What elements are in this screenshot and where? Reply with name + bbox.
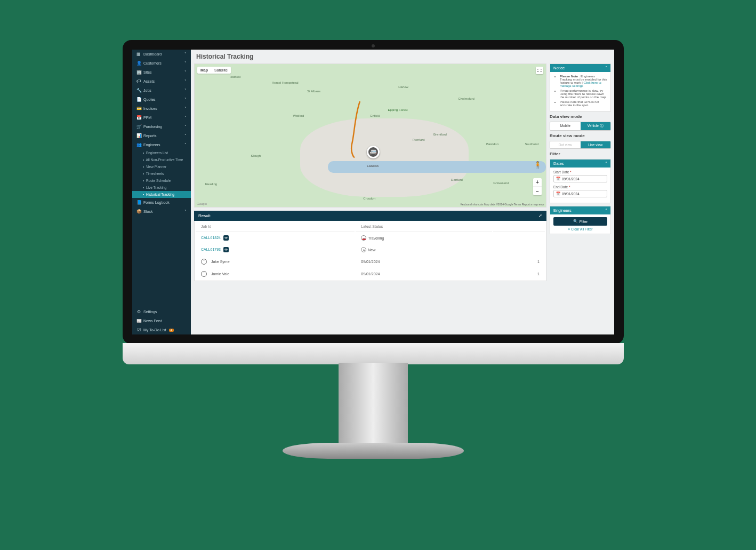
table-row: CALL61824 👁 🚗Travelling <box>196 233 545 243</box>
google-logo: Google <box>197 202 207 205</box>
sidebar-subitem-view-planner[interactable]: • View Planner <box>132 163 191 170</box>
chevron-down-icon: ˅ <box>184 61 187 66</box>
status-icon: ★ <box>361 247 366 252</box>
data-view-vehicle[interactable]: Vehicle ⓘ <box>581 122 611 130</box>
sidebar-subitem-timesheets[interactable]: • Timesheets <box>132 170 191 177</box>
job-link[interactable]: CALL61824 <box>201 236 221 240</box>
route-view-line[interactable]: Line view <box>581 141 611 148</box>
monitor-frame: ▦ Dashboard ˅👤 Customers ˅🏢 Sites ˅🏷 Ass… <box>123 40 624 344</box>
result-title: Result <box>198 213 211 218</box>
result-table: Job Id Latest Status CALL61824 👁 🚗Travel… <box>194 221 546 281</box>
zoom-in-button[interactable]: + <box>533 178 542 187</box>
clear-all-filter[interactable]: × Clear All Filter <box>553 227 607 231</box>
sidebar-item-my-to-do-list[interactable]: ☑ My To-Do List 4 <box>132 325 191 334</box>
sidebar-item-invoices[interactable]: 💳 Invoices ˅ <box>132 104 191 113</box>
chevron-down-icon: ˅ <box>184 79 187 84</box>
chevron-down-icon: ˅ <box>184 89 187 93</box>
chevron-up-icon: ˄ <box>184 143 187 147</box>
sidebar-item-label: Dashboard <box>143 52 162 56</box>
engineers-panel: Engineers ˄ 🔍 Filter × Clear All Filter <box>550 206 611 234</box>
sidebar-item-settings[interactable]: ⚙ Settings <box>132 307 191 316</box>
sidebar-subitem-route-schedule[interactable]: • Route Schedule <box>132 177 191 184</box>
row-date: 09/01/2024 <box>356 256 492 267</box>
end-date-input[interactable]: 📅 09/01/2024 <box>553 190 607 197</box>
collapse-icon[interactable]: ˄ <box>605 66 607 70</box>
map-vehicle-pin[interactable]: 🚐 <box>367 146 380 158</box>
page-title: Historical Tracking <box>191 50 614 63</box>
chevron-down-icon: ˅ <box>184 116 187 120</box>
chevron-down-icon: ˅ <box>184 210 187 214</box>
eye-icon[interactable]: 👁 <box>223 235 229 241</box>
data-view-mobile[interactable]: Mobile <box>550 122 581 130</box>
sidebar-item-label: Customers <box>143 61 162 65</box>
sidebar-subitem-engineers-list[interactable]: • Engineers List <box>132 149 191 156</box>
nav-icon: ▦ <box>136 52 141 57</box>
sidebar-item-quotes[interactable]: 📄 Quotes ˅ <box>132 95 191 104</box>
eye-icon[interactable]: 👁 <box>223 247 229 252</box>
expand-icon[interactable]: ⤢ <box>538 213 542 218</box>
nav-icon: 🏢 <box>136 70 141 75</box>
sidebar-item-engineers[interactable]: 👥 Engineers ˄ <box>132 140 191 149</box>
pegman-icon[interactable]: 🧍 <box>534 161 542 169</box>
sidebar-subitem-historical-tracking[interactable]: • Historical Tracking <box>132 191 191 198</box>
filter-button[interactable]: 🔍 Filter <box>553 217 607 226</box>
sidebar-item-forms-logbook[interactable]: 📘 Forms Logbook <box>132 198 191 207</box>
nav-icon: 👤 <box>136 61 141 66</box>
sidebar: ▦ Dashboard ˅👤 Customers ˅🏢 Sites ˅🏷 Ass… <box>132 50 191 334</box>
engineer-name: Jake Syme <box>211 260 230 264</box>
sidebar-item-label: Settings <box>143 310 157 314</box>
todo-count-badge: 4 <box>169 329 174 332</box>
map[interactable]: Hatfield Watford St Albans Chelmsford Sl… <box>194 63 546 208</box>
nav-icon: 📘 <box>136 200 141 205</box>
map-type-tabs: Map Satellite <box>197 67 231 74</box>
map-tab-map[interactable]: Map <box>197 67 211 74</box>
sidebar-subitem-all-non-productive-time[interactable]: • All Non-Productive Time <box>132 156 191 163</box>
nav-icon: 📰 <box>136 318 141 323</box>
sidebar-item-ppm[interactable]: 📅 PPM ˅ <box>132 113 191 122</box>
sidebar-item-news-feed[interactable]: 📰 News Feed <box>132 316 191 325</box>
sidebar-item-stock[interactable]: 📦 Stock ˅ <box>132 207 191 216</box>
nav-icon: 📄 <box>136 97 141 102</box>
map-tab-satellite[interactable]: Satellite <box>211 67 231 74</box>
zoom-out-button[interactable]: − <box>533 187 542 195</box>
sidebar-item-reports[interactable]: 📊 Reports ˅ <box>132 131 191 140</box>
chevron-down-icon: ˅ <box>184 125 187 129</box>
fullscreen-icon[interactable]: ⛶ <box>536 67 543 74</box>
sidebar-item-dashboard[interactable]: ▦ Dashboard ˅ <box>132 50 191 59</box>
sidebar-item-label: Invoices <box>143 107 157 110</box>
sidebar-item-jobs[interactable]: 🔧 Jobs ˅ <box>132 86 191 95</box>
sidebar-subitem-live-tracking[interactable]: • Live Tracking <box>132 184 191 191</box>
engineers-title: Engineers <box>553 208 572 213</box>
sidebar-item-assets[interactable]: 🏷 Assets ˅ <box>132 77 191 86</box>
sidebar-item-label: Reports <box>143 134 157 138</box>
nav-icon: 🔧 <box>136 88 141 93</box>
start-date-input[interactable]: 📅 09/01/2024 <box>553 175 607 182</box>
sidebar-item-customers[interactable]: 👤 Customers ˅ <box>132 59 191 68</box>
manage-settings-link[interactable]: Click here to manage settings <box>560 81 601 87</box>
job-link[interactable]: CALL61793 <box>201 248 221 251</box>
sidebar-item-purchasing[interactable]: 🛒 Purchasing ˅ <box>132 122 191 131</box>
table-row: ˅ Jake Syme 09/01/2024 1 <box>196 256 545 267</box>
nav-icon: 🏷 <box>136 79 141 84</box>
right-column: Notice ˄ Please Note : Engineers Trackin… <box>550 63 611 331</box>
sidebar-item-sites[interactable]: 🏢 Sites ˅ <box>132 68 191 77</box>
expand-row-icon[interactable]: ˅ <box>201 259 207 265</box>
row-count: 1 <box>493 268 545 280</box>
collapse-icon[interactable]: ˄ <box>605 208 607 213</box>
notice-item: Please Note : Engineers Tracking must be… <box>560 75 607 87</box>
engineer-name: Jamie Vale <box>211 272 229 276</box>
sidebar-item-label: News Feed <box>143 319 162 323</box>
dates-title: Dates <box>553 161 564 166</box>
sidebar-item-label: Stock <box>143 210 153 213</box>
main-content: Historical Tracking Hatfield Watford <box>191 50 614 334</box>
nav-icon: 📊 <box>136 133 141 138</box>
table-row: ˅ Jamie Vale 09/01/2024 1 <box>196 268 545 280</box>
collapse-icon[interactable]: ˄ <box>605 161 607 166</box>
map-attribution: Keyboard shortcuts Map data ©2024 Google… <box>460 203 544 206</box>
route-view-dot[interactable]: Dot view <box>550 141 581 148</box>
camera-dot <box>372 44 375 47</box>
sidebar-item-label: Assets <box>143 79 155 83</box>
expand-row-icon[interactable]: ˅ <box>201 271 207 277</box>
filter-label: Filter <box>550 152 611 156</box>
route-view-toggle: Dot view Line view <box>550 141 611 149</box>
